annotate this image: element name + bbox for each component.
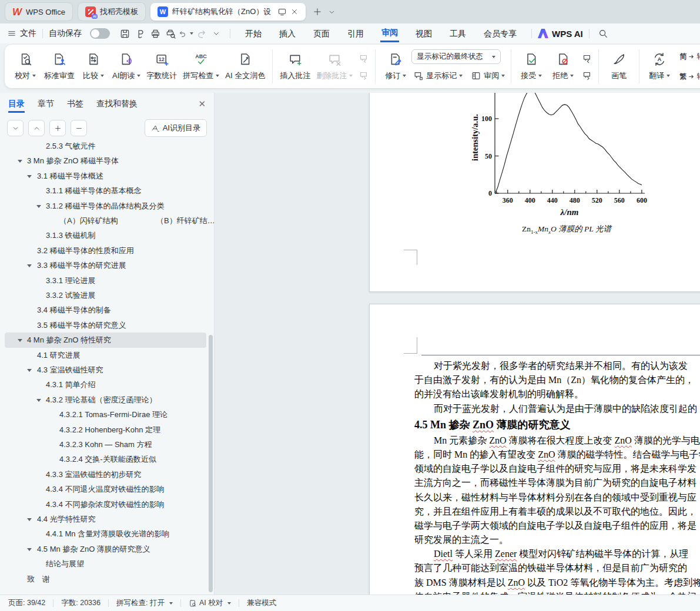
file-menu[interactable]: 文件 [7, 28, 36, 39]
text-line[interactable]: 主流方向之一，而稀磁性半导体薄膜为目前广为研究的自旋电子材料 [414, 476, 700, 490]
text-line[interactable]: 长久以来，磁性材料与半导体材料分别在各自的领域中受到重视与应 [414, 491, 700, 505]
outline-expand-button[interactable] [7, 120, 24, 136]
markup-state-select[interactable]: 显示标记的最终状态 [411, 49, 501, 64]
toc-item[interactable]: 4.4.1 Mn 含量对薄膜吸收光谱的影响 [5, 526, 206, 542]
toc-item[interactable]: 3.1.2 稀磁半导体的晶体结构及分类 [5, 199, 206, 214]
insert-comment-button[interactable]: 插入批注 [277, 47, 313, 86]
text-line[interactable]: Dietl 等人采用 Zener 模型对闪锌矿结构磁半导体的计算，从理 [414, 547, 700, 561]
screen-share-icon[interactable] [277, 7, 287, 16]
tab-wps-office[interactable]: W WPS Office [5, 2, 73, 21]
reject-change-button[interactable]: 拒绝 [547, 47, 579, 86]
toc-item[interactable]: 4.3.4 不同退火温度对铁磁性的影响 [5, 482, 206, 497]
outline-collapse-button[interactable] [28, 120, 45, 136]
toc-item[interactable]: 3 Mn 掺杂 ZnO 稀磁半导体 [5, 153, 206, 169]
toc-item[interactable]: 4.3.2.4 交换-关联能函数近似 [5, 452, 206, 467]
compare-button[interactable]: 比较 [78, 47, 109, 86]
simplified-to-traditional-button[interactable]: 简 转繁 [678, 49, 700, 64]
word-count-indicator[interactable]: 字数: 20336 [61, 598, 101, 608]
document-page-40[interactable]: 对于紫光发射，很多学者的研究结果并不相同。有的认为该发于自由激子发射，有的认为是… [369, 304, 700, 595]
menu-insert[interactable]: 插入 [278, 26, 297, 42]
text-line[interactable]: 究，并且在组件应用上有着丰硕的成果以及不可取代的地位。因此， [414, 505, 700, 519]
undo-button[interactable] [178, 26, 193, 41]
text-line[interactable]: 的并没有给出该峰发射机制的明确解释。 [414, 387, 700, 401]
next-change-button[interactable] [579, 68, 594, 82]
traditional-to-simplified-button[interactable]: 繁 转简 [678, 69, 700, 84]
quickbar-dropdown[interactable] [209, 26, 224, 41]
brush-button[interactable]: 画笔 [603, 47, 635, 86]
previous-change-button[interactable] [579, 51, 594, 65]
toc-item[interactable]: 4.3.1 简单介绍 [5, 377, 206, 392]
print-preview-button[interactable] [163, 26, 178, 41]
toc-item[interactable]: 3.1.1 稀磁半导体的基本概念 [5, 183, 206, 199]
toc-item[interactable]: 4.1 研究进展 [5, 348, 206, 363]
toc-item[interactable]: 3.3.2 试验进展 [5, 288, 206, 303]
toc-item[interactable]: 结论与展望 [5, 556, 206, 572]
menu-view[interactable]: 视图 [414, 26, 433, 42]
toc-item-label[interactable]: （B）纤锌矿结… [156, 213, 214, 229]
wps-ai-button[interactable]: WPS AI [538, 29, 583, 39]
toc-item[interactable]: 致 谢 [5, 572, 206, 587]
tab-list-dropdown[interactable] [324, 5, 339, 19]
ai-recognize-toc-button[interactable]: AI识别目录 [145, 119, 207, 137]
sidebar-tab-contents[interactable]: 目录 [8, 95, 25, 113]
toc-item[interactable]: 4.3.2.2 Hohenberg-Kohn 定理 [5, 422, 206, 438]
toc-item[interactable]: 3.1.3 铁磁机制 [5, 228, 206, 243]
page-indicator[interactable]: 页面: 39/42 [8, 598, 45, 608]
accept-change-button[interactable]: 接受 [515, 47, 547, 86]
expand-arrow-icon[interactable] [18, 160, 22, 163]
sidebar-tab-sections[interactable]: 章节 [38, 99, 54, 109]
ai-polish-button[interactable]: AI 全文润色 [222, 47, 268, 86]
autosave-toggle[interactable] [90, 28, 110, 39]
text-line[interactable]: 族 DMS 薄膜材料是以 ZnO 以及 TiO2 等氧化物半导体为主。考虑到将 [414, 576, 700, 590]
sidebar-scrollbar[interactable] [209, 335, 213, 592]
tab-document[interactable]: W 纤锌矿结构氧化锌（ZnO）设 [150, 3, 306, 21]
text-line[interactable]: 而对于蓝光发射，人们普遍认为是由于薄膜中的缺陷浓度引起的 [414, 402, 700, 416]
show-markup-button[interactable]: 显示标记 [411, 68, 464, 83]
expand-arrow-icon[interactable] [27, 175, 32, 178]
toc-item[interactable]: 4.3.3 室温铁磁性的初步研究 [5, 467, 206, 482]
sidebar-tab-find-replace[interactable]: 查找和替换 [96, 99, 138, 109]
spellcheck-status[interactable]: 拼写检查: 打开 [116, 598, 173, 608]
section-heading[interactable]: 4.5 Mn 掺杂 ZnO 薄膜的研究意义 [414, 416, 700, 434]
tab-docer-templates[interactable]: AI 找稻壳模板 [78, 2, 146, 21]
export-pdf-button[interactable] [132, 26, 148, 41]
text-line[interactable]: 于自由激子发射，有的认为是由 Mn（Zn）氧化物的复合体产生的， [414, 373, 700, 387]
toc-item[interactable]: 3.3 稀磁半导体的研究进展 [5, 258, 206, 273]
ai-proofread-status[interactable]: AI 校对 [189, 598, 231, 608]
menu-reference[interactable]: 引用 [346, 26, 365, 42]
toc-item[interactable]: 4.3.2.3 Kohn — Sham 方程 [5, 437, 206, 452]
expand-arrow-icon[interactable] [27, 518, 32, 521]
spell-check-button[interactable]: ABC 拼写检查 [180, 47, 222, 86]
toc-item[interactable]: 4.5 Mn 掺杂 ZnO 薄膜的研究意义 [5, 542, 206, 557]
expand-arrow-icon[interactable] [27, 264, 32, 267]
toc-item[interactable]: 4.3.2 理论基础（密度泛函理论） [5, 392, 206, 408]
outline-demote-button[interactable] [71, 120, 87, 136]
ai-read-aloud-button[interactable]: AI朗读 [109, 47, 143, 86]
toc-item[interactable]: 3.4 稀磁半导体的制备 [5, 303, 206, 318]
text-line[interactable]: Mn 元素掺杂 ZnO 薄膜将在很大程度上改变 ZnO 薄膜的光学与电 [414, 434, 700, 448]
menu-page[interactable]: 页面 [312, 26, 331, 42]
save-button[interactable] [117, 26, 132, 41]
text-line[interactable]: 研究发展的主流之一。 [414, 533, 700, 547]
search-button[interactable] [595, 26, 611, 41]
sidebar-close-icon[interactable]: ✕ [198, 99, 206, 109]
menu-review[interactable]: 审阅 [380, 25, 399, 42]
toc-item[interactable]: 3.1 稀磁半导体概述 [5, 169, 206, 184]
expand-arrow-icon[interactable] [36, 205, 41, 208]
document-text[interactable]: 对于紫光发射，很多学者的研究结果并不相同。有的认为该发于自由激子发射，有的认为是… [414, 359, 700, 595]
proofread-button[interactable]: 校对 [9, 47, 41, 86]
toc-item[interactable]: 4 Mn 掺杂 ZnO 特性研究 [5, 333, 206, 348]
toc-item[interactable]: 4.4 光学特性研究 [5, 512, 206, 527]
toc-item[interactable]: （A）闪锌矿结构（B）纤锌矿结… [5, 213, 206, 229]
expand-arrow-icon[interactable] [27, 548, 32, 551]
toc-item[interactable]: 3.3.1 理论进展 [5, 273, 206, 288]
menu-tools[interactable]: 工具 [448, 26, 467, 42]
track-changes-button[interactable]: 修订 [380, 47, 411, 86]
expand-arrow-icon[interactable] [27, 369, 32, 372]
document-page-39-top[interactable]: 050100360400440480520560600intensity/a.u… [369, 93, 700, 292]
toc-item[interactable]: 3.5 稀磁半导体的研究意义 [5, 318, 206, 333]
toc-item[interactable]: 4.3 室温铁磁性研究 [5, 362, 206, 378]
sidebar-tab-bookmarks[interactable]: 书签 [67, 99, 83, 109]
text-line[interactable]: 能，同时 Mn 的掺入有望改变 ZnO 薄膜的磁学特性。结合磁学与电子学 [414, 448, 700, 462]
text-line[interactable]: 对于紫光发射，很多学者的研究结果并不相同。有的认为该发 [414, 359, 700, 373]
